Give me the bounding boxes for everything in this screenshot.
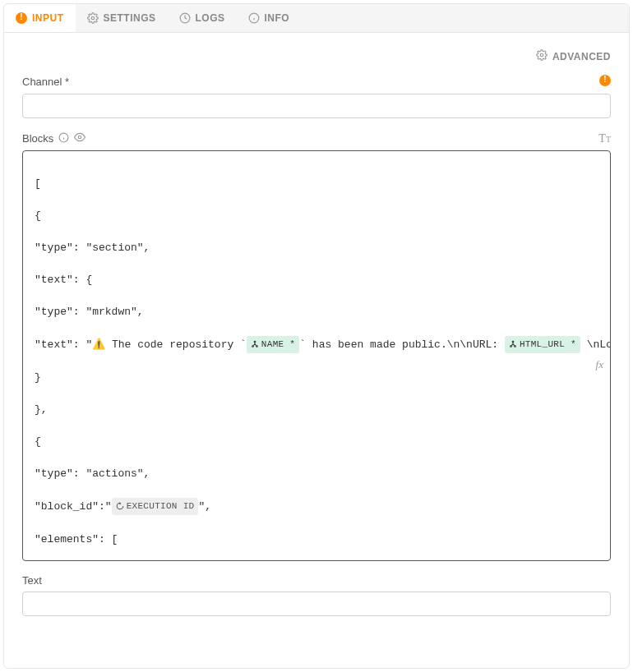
tab-label: INPUT [32, 12, 64, 24]
fx-indicator[interactable]: fx [596, 357, 603, 373]
eye-icon[interactable] [74, 131, 85, 145]
text-label: Text [22, 574, 42, 587]
text-field-group: Text [22, 574, 611, 616]
tab-label: INFO [265, 12, 290, 24]
input-panel: INPUT SETTINGS LOGS INFO [3, 3, 630, 669]
warning-icon [16, 12, 27, 24]
channel-input[interactable] [22, 94, 611, 118]
blocks-code-wrapper: [ { "type": "section", "text": { "type":… [22, 150, 611, 561]
code-line: "block_id":"EXECUTION ID", [35, 498, 598, 516]
code-line: "text": "⚠️ The code repository `NAME *`… [35, 336, 598, 354]
info-icon[interactable] [58, 132, 69, 145]
blocks-label: Blocks [22, 132, 53, 145]
code-line: "type": "actions", [35, 466, 598, 482]
code-line: "type": "section", [35, 240, 598, 256]
code-line: }, [35, 402, 598, 418]
code-line: { [35, 208, 598, 224]
code-line: { [35, 434, 598, 450]
code-line: "text": { [35, 272, 598, 288]
svg-point-14 [511, 346, 512, 348]
channel-field-group: Channel * [22, 75, 611, 118]
text-input[interactable] [22, 591, 611, 616]
svg-point-10 [254, 342, 256, 343]
tab-logs[interactable]: LOGS [168, 4, 237, 32]
tab-label: LOGS [196, 12, 225, 24]
tab-label: SETTINGS [104, 12, 156, 24]
tab-settings[interactable]: SETTINGS [76, 4, 168, 32]
svg-point-0 [91, 16, 95, 20]
tab-info[interactable]: INFO [237, 4, 302, 32]
svg-point-11 [252, 346, 254, 348]
code-line: } [35, 370, 598, 386]
content-area: ADVANCED Channel * Blocks [4, 33, 629, 668]
name-variable-pill[interactable]: NAME * [247, 336, 299, 354]
info-icon [248, 12, 260, 24]
text-format-icon[interactable]: TT [598, 132, 611, 145]
svg-point-5 [540, 53, 543, 57]
advanced-toggle[interactable]: ADVANCED [536, 49, 611, 63]
svg-point-12 [256, 346, 258, 348]
code-line: [ [35, 176, 598, 192]
code-line: "type": "mrkdwn", [35, 304, 598, 320]
code-line: "elements": [ [35, 532, 598, 548]
gear-icon [536, 49, 548, 63]
svg-point-15 [515, 346, 516, 348]
tab-input[interactable]: INPUT [4, 4, 76, 32]
advanced-label: ADVANCED [552, 51, 611, 62]
channel-label: Channel * [22, 76, 69, 88]
blocks-code-editor[interactable]: [ { "type": "section", "text": { "type":… [22, 150, 611, 561]
clock-icon [179, 12, 191, 24]
blocks-field-group: Blocks TT [ { "type": "section", "text":… [22, 131, 611, 561]
warning-icon [599, 75, 611, 89]
tab-bar: INPUT SETTINGS LOGS INFO [4, 4, 629, 33]
html-url-variable-pill[interactable]: HTML_URL * [505, 336, 580, 354]
gear-icon [87, 12, 99, 24]
svg-point-13 [512, 342, 514, 343]
execution-id-variable-pill[interactable]: EXECUTION ID [112, 498, 199, 516]
svg-point-9 [79, 136, 82, 139]
